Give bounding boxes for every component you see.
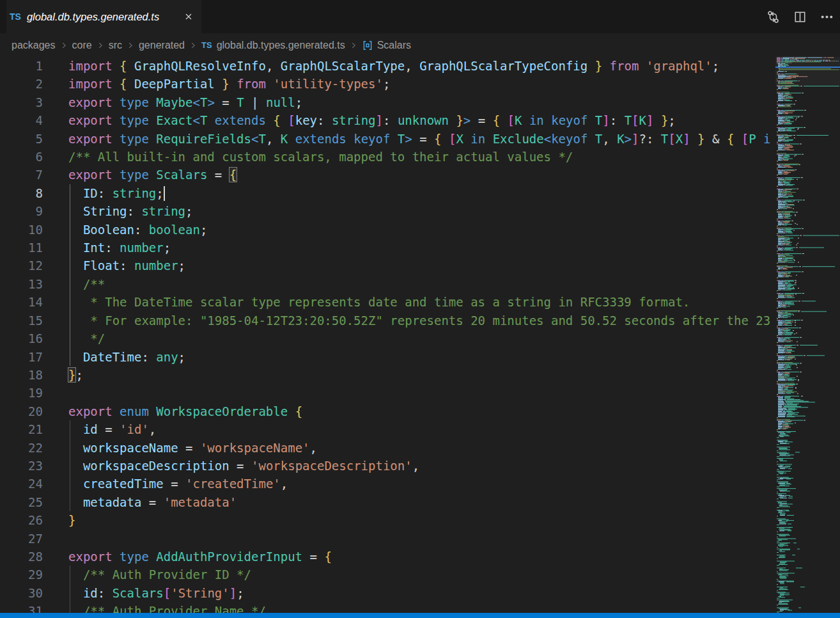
split-editor-icon[interactable] bbox=[793, 10, 807, 24]
close-icon[interactable] bbox=[183, 12, 194, 22]
code-line[interactable]: 2import { DeepPartial } from 'utility-ty… bbox=[0, 75, 771, 93]
breadcrumb: packagescoresrcgeneratedTSglobal.db.type… bbox=[0, 33, 840, 57]
code-text: createdTime = 'createdTime', bbox=[68, 475, 288, 493]
code-text: export enum WorkspaceOrderable { bbox=[68, 402, 302, 420]
code-text: * The DateTime scalar type represents da… bbox=[68, 293, 690, 311]
line-number: 25 bbox=[0, 493, 43, 511]
line-number: 28 bbox=[0, 548, 43, 566]
chevron-right-icon bbox=[189, 41, 198, 50]
code-line[interactable]: 12 Float: number; bbox=[0, 257, 771, 274]
code-line[interactable]: 22 workspaceName = 'workspaceName', bbox=[0, 439, 771, 457]
code-line[interactable]: 7export type Scalars = { bbox=[0, 166, 771, 184]
code-line[interactable]: 6/** All built-in and custom scalars, ma… bbox=[0, 148, 771, 166]
line-number: 7 bbox=[0, 166, 43, 184]
code-line[interactable]: 15 * For example: "1985-04-12T23:20:50.5… bbox=[0, 312, 771, 329]
line-number: 29 bbox=[0, 566, 43, 583]
code-line[interactable]: 3export type Maybe<T> = T | null; bbox=[0, 93, 771, 111]
breadcrumb-item-packages[interactable]: packages bbox=[12, 40, 56, 51]
breadcrumb-item-src[interactable]: src bbox=[109, 40, 122, 51]
line-number: 20 bbox=[0, 402, 43, 420]
code-line[interactable]: 17 DateTime: any; bbox=[0, 348, 771, 366]
line-number: 31 bbox=[0, 602, 43, 613]
line-number: 27 bbox=[0, 530, 43, 548]
code-line[interactable]: 16 */ bbox=[0, 329, 771, 347]
code-line[interactable]: 31 /** Auth Provider Name */ bbox=[0, 602, 771, 613]
line-number: 1 bbox=[0, 57, 43, 75]
line-number: 15 bbox=[0, 312, 43, 329]
line-number: 13 bbox=[0, 275, 43, 293]
line-number: 10 bbox=[0, 221, 43, 239]
line-number: 21 bbox=[0, 420, 43, 438]
code-text: /** All built-in and custom scalars, map… bbox=[68, 148, 573, 166]
code-line[interactable]: 27 bbox=[0, 530, 771, 548]
code-line[interactable]: 21 id = 'id', bbox=[0, 420, 771, 438]
breadcrumb-item-generated[interactable]: generated bbox=[139, 40, 185, 51]
code-line[interactable]: 10 Boolean: boolean; bbox=[0, 221, 771, 239]
line-number: 18 bbox=[0, 366, 43, 384]
line-number: 30 bbox=[0, 584, 43, 602]
code-text: export type Maybe<T> = T | null; bbox=[68, 93, 302, 111]
code-text: export type Exact<T extends { [key: stri… bbox=[68, 111, 676, 129]
breadcrumb-item-scalars[interactable]: Scalars bbox=[362, 40, 411, 51]
code-text: Int: number; bbox=[68, 239, 171, 257]
code-text: workspaceName = 'workspaceName', bbox=[68, 439, 317, 457]
code-text: id = 'id', bbox=[68, 420, 156, 438]
breadcrumb-item-core[interactable]: core bbox=[72, 40, 92, 51]
code-line[interactable]: 29 /** Auth Provider ID */ bbox=[0, 566, 771, 583]
line-number: 17 bbox=[0, 348, 43, 366]
text-cursor bbox=[164, 186, 165, 201]
tab-filename: global.db.types.generated.ts bbox=[27, 11, 159, 23]
code-line[interactable]: 9 String: string; bbox=[0, 202, 771, 220]
code-text: /** bbox=[68, 275, 105, 293]
code-line[interactable]: 25 metadata = 'metadata' bbox=[0, 493, 771, 511]
code-line[interactable]: 28export type AddAuthProviderInput = { bbox=[0, 548, 771, 566]
code-text: * For example: "1985-04-12T23:20:50.52Z"… bbox=[68, 312, 771, 329]
code-line[interactable]: 8 ID: string; bbox=[0, 184, 771, 202]
code-line[interactable]: 26} bbox=[0, 511, 771, 529]
code-line[interactable]: 30 id: Scalars['String']; bbox=[0, 584, 771, 602]
typescript-file-icon: TS bbox=[201, 40, 212, 50]
code-line[interactable]: 20export enum WorkspaceOrderable { bbox=[0, 402, 771, 420]
code-area[interactable]: 1import { GraphQLResolveInfo, GraphQLSca… bbox=[0, 57, 771, 613]
code-line[interactable]: 5export type RequireFields<T, K extends … bbox=[0, 130, 771, 148]
code-text: /** Auth Provider ID */ bbox=[68, 566, 251, 583]
line-number: 5 bbox=[0, 130, 43, 148]
tab-bar: TS global.db.types.generated.ts bbox=[0, 0, 840, 33]
code-text: export type Scalars = { bbox=[68, 166, 237, 184]
code-text: import { GraphQLResolveInfo, GraphQLScal… bbox=[68, 57, 719, 75]
line-number: 26 bbox=[0, 511, 43, 529]
line-number: 24 bbox=[0, 475, 43, 493]
line-number: 2 bbox=[0, 75, 43, 93]
code-text: id: Scalars['String']; bbox=[68, 584, 244, 602]
line-number: 14 bbox=[0, 293, 43, 311]
code-line[interactable]: 1import { GraphQLResolveInfo, GraphQLSca… bbox=[0, 57, 771, 75]
code-line[interactable]: 18}; bbox=[0, 366, 771, 384]
editor-pane: 1import { GraphQLResolveInfo, GraphQLSca… bbox=[0, 57, 840, 613]
code-line[interactable]: 4export type Exact<T extends { [key: str… bbox=[0, 111, 771, 129]
code-line[interactable]: 19 bbox=[0, 384, 771, 402]
chevron-right-icon bbox=[349, 41, 358, 50]
code-line[interactable]: 24 createdTime = 'createdTime', bbox=[0, 475, 771, 493]
status-bar bbox=[0, 613, 840, 618]
code-line[interactable]: 13 /** bbox=[0, 275, 771, 293]
code-text: workspaceDescription = 'workspaceDescrip… bbox=[68, 457, 419, 475]
more-actions-icon[interactable] bbox=[820, 10, 834, 24]
breadcrumb-item-global-db-types-generated-ts[interactable]: TSglobal.db.types.generated.ts bbox=[201, 40, 345, 51]
open-changes-icon[interactable] bbox=[766, 10, 780, 24]
code-line[interactable]: 14 * The DateTime scalar type represents… bbox=[0, 293, 771, 311]
code-text: /** Auth Provider Name */ bbox=[68, 602, 266, 613]
code-line[interactable]: 23 workspaceDescription = 'workspaceDesc… bbox=[0, 457, 771, 475]
chevron-right-icon bbox=[126, 41, 135, 50]
code-text: }; bbox=[68, 366, 83, 384]
code-text: metadata = 'metadata' bbox=[68, 493, 237, 511]
line-number: 8 bbox=[0, 184, 43, 202]
tab-global-db-types-generated[interactable]: TS global.db.types.generated.ts bbox=[6, 0, 201, 33]
code-text: */ bbox=[68, 329, 105, 347]
line-number: 6 bbox=[0, 148, 43, 166]
code-line[interactable]: 11 Int: number; bbox=[0, 239, 771, 257]
code-text: String: string; bbox=[68, 202, 193, 220]
typescript-file-icon: TS bbox=[10, 12, 21, 22]
editor-actions bbox=[766, 0, 840, 33]
line-number: 22 bbox=[0, 439, 43, 457]
minimap[interactable] bbox=[775, 57, 840, 613]
